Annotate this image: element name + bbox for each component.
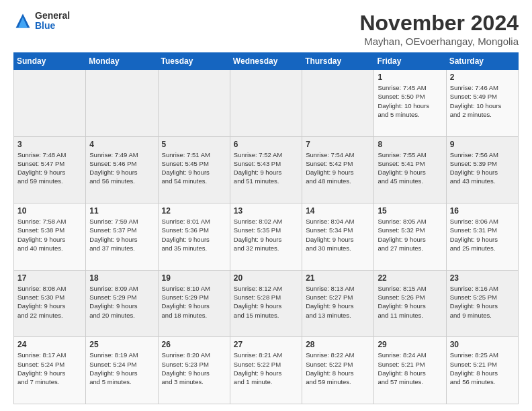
day-info: Sunrise: 8:16 AM Sunset: 5:25 PM Dayligh…: [450, 284, 515, 320]
calendar-week-row: 3Sunrise: 7:48 AM Sunset: 5:47 PM Daylig…: [14, 136, 519, 203]
day-info: Sunrise: 8:05 AM Sunset: 5:32 PM Dayligh…: [378, 217, 442, 253]
day-number: 15: [378, 206, 442, 216]
logo: General Blue: [13, 11, 70, 32]
day-number: 12: [162, 206, 226, 216]
calendar-day-cell: [302, 70, 374, 137]
day-number: 8: [378, 140, 442, 149]
calendar-table: SundayMondayTuesdayWednesdayThursdayFrid…: [13, 52, 519, 404]
day-info: Sunrise: 8:25 AM Sunset: 5:21 PM Dayligh…: [450, 351, 515, 386]
calendar-day-cell: 20Sunrise: 8:12 AM Sunset: 5:28 PM Dayli…: [230, 270, 302, 337]
day-number: 24: [17, 340, 82, 349]
calendar-day-cell: 21Sunrise: 8:13 AM Sunset: 5:27 PM Dayli…: [302, 270, 374, 337]
day-number: 10: [17, 206, 82, 216]
day-info: Sunrise: 7:49 AM Sunset: 5:46 PM Dayligh…: [89, 150, 154, 186]
day-number: 30: [450, 340, 515, 349]
day-info: Sunrise: 8:24 AM Sunset: 5:21 PM Dayligh…: [378, 351, 442, 386]
day-info: Sunrise: 8:02 AM Sunset: 5:35 PM Dayligh…: [234, 217, 298, 253]
calendar-day-cell: 11Sunrise: 7:59 AM Sunset: 5:37 PM Dayli…: [86, 203, 158, 271]
calendar-page: General Blue November 2024 Mayhan, OEvoe…: [0, 0, 532, 411]
calendar-header: SundayMondayTuesdayWednesdayThursdayFrid…: [14, 53, 519, 70]
day-number: 5: [162, 140, 226, 149]
calendar-day-cell: 5Sunrise: 7:51 AM Sunset: 5:45 PM Daylig…: [158, 136, 230, 203]
logo-icon: [13, 11, 32, 30]
day-number: 27: [234, 340, 298, 349]
calendar-day-cell: [230, 70, 302, 137]
day-info: Sunrise: 7:46 AM Sunset: 5:49 PM Dayligh…: [450, 83, 515, 119]
weekday-header: Monday: [86, 53, 158, 70]
day-info: Sunrise: 7:54 AM Sunset: 5:42 PM Dayligh…: [306, 150, 370, 186]
calendar-week-row: 24Sunrise: 8:17 AM Sunset: 5:24 PM Dayli…: [14, 337, 519, 404]
day-info: Sunrise: 8:21 AM Sunset: 5:22 PM Dayligh…: [234, 351, 298, 386]
day-number: 4: [89, 140, 154, 149]
calendar-day-cell: 28Sunrise: 8:22 AM Sunset: 5:22 PM Dayli…: [302, 337, 374, 404]
day-number: 23: [450, 273, 515, 283]
calendar-day-cell: 3Sunrise: 7:48 AM Sunset: 5:47 PM Daylig…: [14, 136, 86, 203]
day-info: Sunrise: 7:58 AM Sunset: 5:38 PM Dayligh…: [17, 217, 82, 253]
day-number: 16: [450, 206, 515, 216]
weekday-header: Sunday: [14, 53, 86, 70]
day-number: 19: [162, 273, 226, 283]
calendar-day-cell: 13Sunrise: 8:02 AM Sunset: 5:35 PM Dayli…: [230, 203, 302, 271]
day-info: Sunrise: 8:09 AM Sunset: 5:29 PM Dayligh…: [89, 284, 154, 320]
calendar-day-cell: 18Sunrise: 8:09 AM Sunset: 5:29 PM Dayli…: [86, 270, 158, 337]
calendar-day-cell: 6Sunrise: 7:52 AM Sunset: 5:43 PM Daylig…: [230, 136, 302, 203]
day-info: Sunrise: 8:06 AM Sunset: 5:31 PM Dayligh…: [450, 217, 515, 253]
calendar-day-cell: [86, 70, 158, 137]
day-info: Sunrise: 8:22 AM Sunset: 5:22 PM Dayligh…: [306, 351, 370, 386]
weekday-row: SundayMondayTuesdayWednesdayThursdayFrid…: [14, 53, 519, 70]
day-info: Sunrise: 8:17 AM Sunset: 5:24 PM Dayligh…: [17, 351, 82, 386]
day-number: 11: [89, 206, 154, 216]
weekday-header: Friday: [374, 53, 446, 70]
calendar-week-row: 10Sunrise: 7:58 AM Sunset: 5:38 PM Dayli…: [14, 203, 519, 271]
calendar-day-cell: 10Sunrise: 7:58 AM Sunset: 5:38 PM Dayli…: [14, 203, 86, 271]
day-info: Sunrise: 8:01 AM Sunset: 5:36 PM Dayligh…: [162, 217, 226, 253]
day-number: 26: [162, 340, 226, 349]
day-number: 7: [306, 140, 370, 149]
day-number: 3: [17, 140, 82, 149]
day-number: 28: [306, 340, 370, 349]
day-info: Sunrise: 7:59 AM Sunset: 5:37 PM Dayligh…: [89, 217, 154, 253]
calendar-day-cell: 4Sunrise: 7:49 AM Sunset: 5:46 PM Daylig…: [86, 136, 158, 203]
day-number: 18: [89, 273, 154, 283]
calendar-body: 1Sunrise: 7:45 AM Sunset: 5:50 PM Daylig…: [14, 70, 519, 404]
day-info: Sunrise: 8:15 AM Sunset: 5:26 PM Dayligh…: [378, 284, 442, 320]
weekday-header: Thursday: [302, 53, 374, 70]
calendar-day-cell: [158, 70, 230, 137]
calendar-day-cell: 23Sunrise: 8:16 AM Sunset: 5:25 PM Dayli…: [446, 270, 518, 337]
day-number: 14: [306, 206, 370, 216]
weekday-header: Tuesday: [158, 53, 230, 70]
calendar-day-cell: [14, 70, 86, 137]
day-number: 29: [378, 340, 442, 349]
day-info: Sunrise: 8:04 AM Sunset: 5:34 PM Dayligh…: [306, 217, 370, 253]
calendar-day-cell: 22Sunrise: 8:15 AM Sunset: 5:26 PM Dayli…: [374, 270, 446, 337]
calendar-day-cell: 15Sunrise: 8:05 AM Sunset: 5:32 PM Dayli…: [374, 203, 446, 271]
calendar-day-cell: 1Sunrise: 7:45 AM Sunset: 5:50 PM Daylig…: [374, 70, 446, 137]
day-number: 21: [306, 273, 370, 283]
day-info: Sunrise: 8:10 AM Sunset: 5:29 PM Dayligh…: [162, 284, 226, 320]
day-info: Sunrise: 8:08 AM Sunset: 5:30 PM Dayligh…: [17, 284, 82, 320]
calendar-day-cell: 30Sunrise: 8:25 AM Sunset: 5:21 PM Dayli…: [446, 337, 518, 404]
calendar-day-cell: 24Sunrise: 8:17 AM Sunset: 5:24 PM Dayli…: [14, 337, 86, 404]
day-number: 17: [17, 273, 82, 283]
calendar-day-cell: 2Sunrise: 7:46 AM Sunset: 5:49 PM Daylig…: [446, 70, 518, 137]
calendar-title: November 2024: [359, 11, 519, 36]
logo-text: General Blue: [35, 11, 70, 32]
calendar-day-cell: 14Sunrise: 8:04 AM Sunset: 5:34 PM Dayli…: [302, 203, 374, 271]
calendar-day-cell: 16Sunrise: 8:06 AM Sunset: 5:31 PM Dayli…: [446, 203, 518, 271]
day-info: Sunrise: 7:45 AM Sunset: 5:50 PM Dayligh…: [378, 83, 442, 119]
calendar-day-cell: 25Sunrise: 8:19 AM Sunset: 5:24 PM Dayli…: [86, 337, 158, 404]
day-number: 2: [450, 73, 515, 82]
day-number: 22: [378, 273, 442, 283]
calendar-day-cell: 12Sunrise: 8:01 AM Sunset: 5:36 PM Dayli…: [158, 203, 230, 271]
day-info: Sunrise: 8:20 AM Sunset: 5:23 PM Dayligh…: [162, 351, 226, 386]
day-info: Sunrise: 7:48 AM Sunset: 5:47 PM Dayligh…: [17, 150, 82, 186]
weekday-header: Wednesday: [230, 53, 302, 70]
day-info: Sunrise: 7:56 AM Sunset: 5:39 PM Dayligh…: [450, 150, 515, 186]
header: General Blue November 2024 Mayhan, OEvoe…: [13, 11, 519, 47]
calendar-day-cell: 26Sunrise: 8:20 AM Sunset: 5:23 PM Dayli…: [158, 337, 230, 404]
day-number: 9: [450, 140, 515, 149]
calendar-day-cell: 9Sunrise: 7:56 AM Sunset: 5:39 PM Daylig…: [446, 136, 518, 203]
day-number: 13: [234, 206, 298, 216]
day-info: Sunrise: 8:12 AM Sunset: 5:28 PM Dayligh…: [234, 284, 298, 320]
calendar-subtitle: Mayhan, OEvoerhangay, Mongolia: [359, 36, 519, 47]
